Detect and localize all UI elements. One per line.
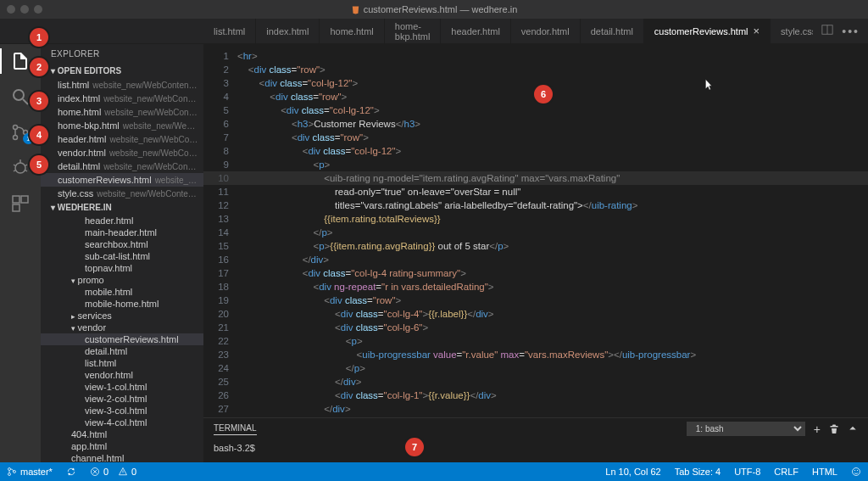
svg-point-23 [853, 468, 860, 476]
extensions-icon[interactable] [10, 193, 31, 214]
tree-file[interactable]: 404.html [41, 428, 203, 440]
status-tabsize[interactable]: Tab Size: 4 [668, 467, 727, 477]
editor-tabbar: list.htmlindex.htmlhome.htmlhome-bkp.htm… [0, 19, 868, 44]
editor-tab[interactable]: header.html [441, 19, 510, 43]
new-terminal-icon[interactable]: + [814, 422, 821, 436]
maximize-panel-icon[interactable] [848, 423, 858, 435]
sidebar-title: EXPLORER [41, 44, 203, 64]
tree-file[interactable]: view-3-col.html [41, 405, 203, 417]
open-editor-item[interactable]: customerReviews.html website_new/We... [41, 173, 203, 187]
line-gutter: 1234567891011121314151617181920212223242… [203, 44, 237, 417]
callout-badge: 6 [534, 85, 553, 103]
editor-tab[interactable]: home.html [320, 19, 384, 43]
editor-tab[interactable]: detail.html [581, 19, 644, 43]
open-editors-header[interactable]: ▾ OPEN EDITORS [41, 64, 203, 78]
tree-file[interactable]: mobile-home.html [41, 298, 203, 310]
status-sync[interactable] [59, 467, 83, 477]
status-feedback-icon[interactable] [844, 467, 868, 477]
svg-point-16 [8, 468, 11, 471]
html-file-icon [351, 5, 360, 14]
status-encoding[interactable]: UTF-8 [727, 467, 767, 477]
open-editor-item[interactable]: index.html website_new/WebContent [41, 92, 203, 105]
mac-max-dot[interactable] [34, 5, 42, 14]
callout-badge: 2 [30, 58, 48, 76]
tree-file[interactable]: topnav.html [41, 262, 203, 274]
svg-point-2 [14, 90, 24, 100]
tree-folder[interactable]: promo [41, 274, 203, 286]
svg-point-7 [15, 163, 25, 173]
sidebar: EXPLORER ▾ OPEN EDITORS list.html websit… [41, 44, 203, 462]
tree-file[interactable]: list.html [41, 357, 203, 369]
tree-file[interactable]: view-2-col.html [41, 393, 203, 405]
open-editor-item[interactable]: vendor.html website_new/WebContent/vie..… [41, 146, 203, 159]
status-problems[interactable]: 0 0 [83, 467, 143, 477]
editor-tab[interactable]: list.html [203, 19, 256, 43]
open-editor-item[interactable]: list.html website_new/WebContent/views/v… [41, 78, 203, 92]
window-title: customerReviews.html — wedhere.in [351, 4, 518, 14]
editor-tab[interactable]: customerReviews.html× [644, 19, 771, 43]
tree-file[interactable]: channel.html [41, 452, 203, 462]
mac-min-dot[interactable] [20, 5, 29, 14]
svg-rect-13 [13, 196, 19, 203]
svg-point-5 [14, 136, 18, 140]
open-editor-item[interactable]: detail.html website_new/WebContent/view.… [41, 159, 203, 173]
tree-file[interactable]: view-1-col.html [41, 381, 203, 393]
mouse-cursor-icon [704, 78, 717, 95]
tree-file[interactable]: main-header.html [41, 227, 203, 238]
scm-icon[interactable]: 1 [10, 122, 31, 143]
terminal-tab[interactable]: TERMINAL [214, 423, 257, 435]
open-editor-item[interactable]: style.css website_new/WebContent/css [41, 187, 203, 200]
editor-tab[interactable]: style.css [771, 19, 813, 43]
callout-badge: 1 [30, 28, 48, 47]
svg-point-17 [8, 473, 11, 476]
status-cursor-pos[interactable]: Ln 10, Col 62 [598, 467, 667, 477]
svg-rect-15 [13, 204, 19, 211]
tree-folder[interactable]: vendor [41, 322, 203, 333]
callout-badge: 3 [30, 92, 48, 110]
status-branch[interactable]: master* [0, 467, 59, 477]
tree-folder[interactable]: services [41, 310, 203, 322]
svg-point-25 [857, 470, 858, 471]
tree-file[interactable]: app.html [41, 440, 203, 452]
svg-line-3 [23, 99, 28, 104]
tree-file[interactable]: customerReviews.html [41, 333, 203, 345]
callout-badge: 7 [405, 438, 424, 456]
tree-file[interactable]: header.html [41, 215, 203, 227]
svg-rect-14 [21, 196, 28, 203]
editor-tab[interactable]: vendor.html [511, 19, 581, 43]
callout-badge: 5 [30, 155, 48, 174]
tree-file[interactable]: vendor.html [41, 369, 203, 381]
tree-file[interactable]: searchbox.html [41, 238, 203, 250]
open-editor-item[interactable]: home.html website_new/WebContent/views [41, 105, 203, 119]
status-bar: master* 0 0 Ln 10, Col 62 Tab Size: 4 UT… [0, 462, 868, 481]
tree-file[interactable]: mobile.html [41, 286, 203, 298]
svg-point-18 [14, 471, 16, 473]
tree-file[interactable]: view-4-col.html [41, 417, 203, 428]
tab-close-icon[interactable]: × [754, 25, 760, 37]
tree-file[interactable]: sub-cat-list.html [41, 250, 203, 262]
explorer-icon[interactable] [10, 51, 31, 71]
open-editor-item[interactable]: home-bkp.html website_new/WebContent... [41, 119, 203, 132]
terminal-body[interactable]: bash-3.2$ [203, 439, 868, 462]
callout-badge: 4 [30, 126, 48, 144]
svg-point-4 [14, 126, 18, 130]
terminal-selector[interactable]: 1: bash [687, 422, 805, 436]
split-editor-icon[interactable] [821, 24, 833, 38]
editor-tab[interactable]: index.html [256, 19, 320, 43]
status-eol[interactable]: CRLF [767, 467, 805, 477]
mac-close-dot[interactable] [7, 5, 15, 14]
svg-point-24 [854, 470, 855, 471]
tree-file[interactable]: detail.html [41, 345, 203, 357]
open-editor-item[interactable]: header.html website_new/WebContent/vie..… [41, 132, 203, 146]
debug-icon[interactable] [10, 158, 31, 178]
more-actions-icon[interactable]: ••• [842, 25, 860, 38]
window-titlebar: customerReviews.html — wedhere.in [0, 0, 868, 19]
project-root[interactable]: ▾ WEDHERE.IN [41, 200, 203, 215]
terminal-panel: TERMINAL 1: bash + bash-3.2$ [203, 417, 868, 462]
search-icon[interactable] [10, 87, 31, 107]
kill-terminal-icon[interactable] [829, 423, 839, 435]
editor-tab[interactable]: home-bkp.html [385, 19, 442, 43]
status-language[interactable]: HTML [805, 467, 844, 477]
